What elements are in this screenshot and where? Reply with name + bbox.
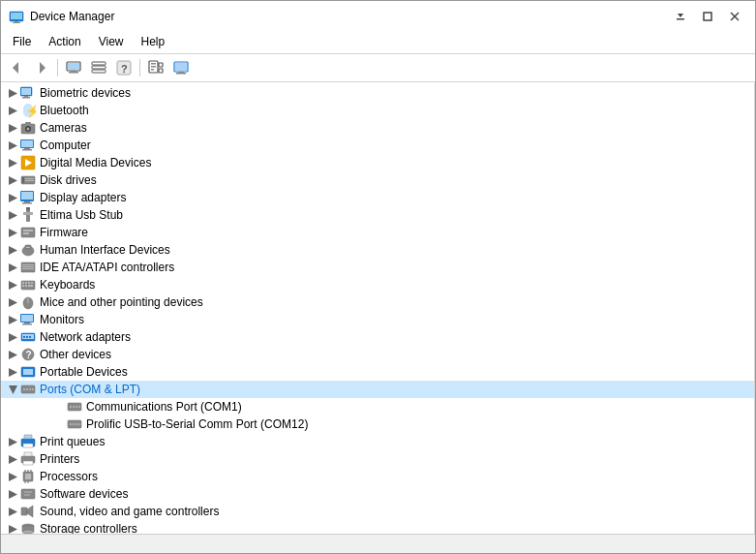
- back-icon: [9, 60, 24, 76]
- svg-rect-83: [31, 282, 33, 284]
- maximize-button[interactable]: [695, 7, 720, 26]
- title-bar-buttons: [668, 7, 747, 26]
- expander-com12[interactable]: [51, 416, 67, 432]
- menu-action[interactable]: Action: [41, 32, 88, 51]
- svg-rect-16: [92, 66, 106, 69]
- expander-other[interactable]: [5, 347, 20, 362]
- expander-mice[interactable]: [5, 294, 20, 310]
- tree-item-keyboards[interactable]: Keyboards: [1, 276, 754, 293]
- tree-item-portable[interactable]: Portable Devices: [1, 363, 754, 381]
- svg-rect-98: [23, 336, 25, 338]
- expander-monitors[interactable]: [5, 312, 20, 327]
- back-button[interactable]: [5, 57, 28, 78]
- svg-rect-15: [92, 62, 106, 65]
- svg-rect-130: [23, 461, 33, 465]
- tree-item-storage[interactable]: Storage controllers: [1, 520, 754, 534]
- expander-biometric[interactable]: [5, 85, 20, 101]
- computer-view-button[interactable]: [62, 57, 85, 78]
- expander-keyboards[interactable]: [5, 277, 20, 292]
- icon-com12: [67, 416, 82, 432]
- tree-item-computer[interactable]: Computer: [1, 137, 754, 154]
- tree-item-firmware[interactable]: Firmware: [1, 224, 754, 241]
- expander-com1[interactable]: [51, 399, 67, 415]
- expander-digital-media[interactable]: [5, 155, 20, 170]
- svg-point-111: [29, 388, 31, 390]
- monitor-button[interactable]: [169, 57, 193, 78]
- svg-rect-100: [29, 336, 31, 338]
- tree-item-ide[interactable]: IDE ATA/ATAPI controllers: [1, 259, 754, 276]
- svg-marker-43: [9, 141, 17, 150]
- label-hid: Human Interface Devices: [40, 243, 170, 257]
- tree-item-processors[interactable]: Processors: [1, 468, 754, 485]
- expander-network[interactable]: [5, 329, 20, 345]
- expander-print-queues[interactable]: [5, 434, 20, 449]
- expander-portable[interactable]: [5, 364, 20, 380]
- tree-item-cameras[interactable]: Cameras: [1, 119, 754, 137]
- tree-item-other[interactable]: ?Other devices: [1, 346, 754, 363]
- properties-button[interactable]: [144, 57, 167, 78]
- svg-rect-81: [25, 282, 27, 284]
- svg-point-114: [70, 406, 72, 408]
- expander-hid[interactable]: [5, 242, 20, 258]
- icon-monitors: [20, 312, 36, 327]
- expander-cameras[interactable]: [5, 120, 20, 136]
- expander-sound[interactable]: [5, 504, 20, 519]
- tree-item-ports[interactable]: Ports (COM & LPT): [1, 381, 754, 398]
- expander-display[interactable]: [5, 190, 20, 205]
- label-software: Software devices: [40, 487, 128, 501]
- tree-item-disk-drives[interactable]: Disk drives: [1, 171, 754, 189]
- tree-item-print-queues[interactable]: Print queues: [1, 433, 754, 450]
- expander-bluetooth[interactable]: [5, 103, 20, 118]
- svg-marker-61: [9, 211, 17, 220]
- tree-item-com1[interactable]: Communications Port (COM1): [1, 398, 754, 416]
- close-button[interactable]: [722, 7, 747, 26]
- tree-item-biometric[interactable]: Biometric devices: [1, 84, 754, 102]
- label-mice: Mice and other pointing devices: [40, 295, 203, 309]
- svg-rect-27: [175, 63, 187, 71]
- svg-rect-53: [22, 177, 24, 183]
- tree-item-com12[interactable]: Prolific USB-to-Serial Comm Port (COM12): [1, 416, 754, 433]
- tree-item-bluetooth[interactable]: ⚡Bluetooth: [1, 102, 754, 119]
- list-view-button[interactable]: [87, 57, 110, 78]
- tree-item-mice[interactable]: Mice and other pointing devices: [1, 293, 754, 311]
- tree-item-software[interactable]: Software devices: [1, 485, 754, 503]
- label-ide: IDE ATA/ATAPI controllers: [40, 261, 174, 274]
- app-icon: [9, 9, 24, 24]
- icon-ide: [20, 260, 36, 275]
- tree-item-hid[interactable]: Human Interface Devices: [1, 241, 754, 259]
- tree-item-network[interactable]: Network adapters: [1, 328, 754, 346]
- minimize-button[interactable]: [668, 7, 693, 26]
- tree-item-display[interactable]: Display adapters: [1, 189, 754, 206]
- tree-item-eltima[interactable]: Eltima Usb Stub: [1, 206, 754, 224]
- svg-marker-101: [9, 351, 17, 359]
- expander-ports[interactable]: [5, 382, 20, 397]
- device-tree[interactable]: Biometric devices⚡BluetoothCamerasComput…: [1, 82, 755, 534]
- tree-item-monitors[interactable]: Monitors: [1, 311, 754, 328]
- tree-item-digital-media[interactable]: Digital Media Devices: [1, 154, 754, 171]
- menu-file[interactable]: File: [5, 32, 39, 51]
- menu-help[interactable]: Help: [134, 32, 173, 51]
- forward-button[interactable]: [30, 57, 53, 78]
- svg-marker-139: [9, 490, 17, 499]
- expander-processors[interactable]: [5, 469, 20, 484]
- expander-printers[interactable]: [5, 451, 20, 467]
- svg-rect-92: [21, 315, 33, 322]
- svg-rect-59: [24, 201, 30, 202]
- expander-firmware[interactable]: [5, 225, 20, 240]
- svg-rect-140: [21, 489, 35, 499]
- expander-disk-drives[interactable]: [5, 172, 20, 188]
- expander-ide[interactable]: [5, 260, 20, 275]
- icon-cameras: [20, 120, 36, 136]
- help-button[interactable]: ?: [112, 57, 136, 78]
- expander-eltima[interactable]: [5, 207, 20, 223]
- svg-rect-75: [22, 264, 34, 265]
- minimize-icon: [676, 12, 685, 21]
- expander-computer[interactable]: [5, 138, 20, 153]
- menu-view[interactable]: View: [91, 32, 132, 51]
- tree-item-printers[interactable]: Printers: [1, 450, 754, 468]
- expander-software[interactable]: [5, 486, 20, 502]
- tree-item-sound[interactable]: Sound, video and game controllers: [1, 503, 754, 520]
- svg-rect-6: [704, 13, 711, 20]
- label-computer: Computer: [40, 138, 91, 152]
- expander-storage[interactable]: [5, 521, 20, 534]
